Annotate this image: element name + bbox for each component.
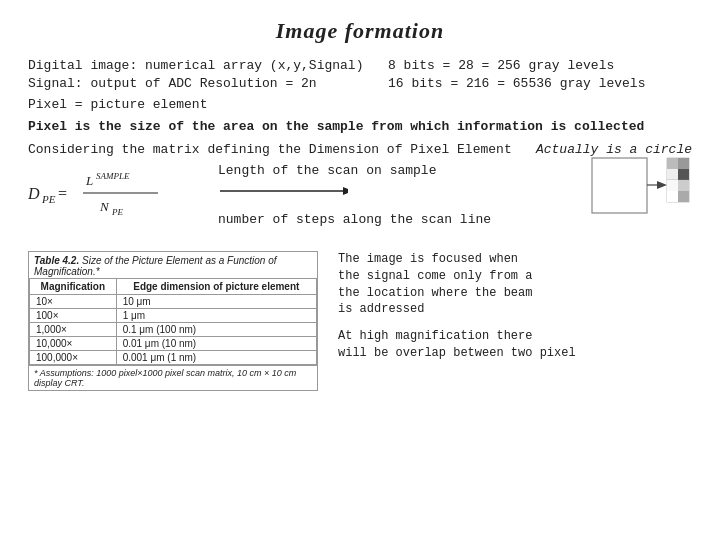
svg-rect-19 (667, 180, 678, 191)
table-cell: 0.1 μm (100 nm) (116, 323, 316, 337)
table-row: 100×1 μm (30, 309, 317, 323)
svg-text:D: D (28, 185, 40, 202)
table-block: Table 4.2. Size of the Picture Element a… (28, 251, 318, 391)
svg-rect-21 (667, 191, 678, 202)
table: Magnification Edge dimension of picture … (29, 278, 317, 365)
table-cell: 0.001 μm (1 nm) (116, 351, 316, 365)
table-row: 100,000×0.001 μm (1 nm) (30, 351, 317, 365)
svg-marker-9 (343, 187, 348, 195)
table-cell: 100,000× (30, 351, 117, 365)
considering-section: Considering the matrix defining the Dime… (28, 142, 692, 157)
pixel-line: Pixel = picture element (28, 97, 368, 112)
info-row: Digital image: numerical array (x,y,Sign… (28, 58, 692, 115)
svg-rect-17 (678, 169, 689, 180)
svg-text:N: N (99, 199, 110, 214)
table-header-row: Magnification Edge dimension of picture … (30, 279, 317, 295)
scan-label-col: Length of the scan on sample number of s… (218, 163, 567, 227)
scan-arrow-svg (218, 182, 348, 200)
bold-statement: Pixel is the size of the area on the sam… (28, 119, 692, 134)
table-footnote: * Assumptions: 1000 pixel×1000 pixel sca… (29, 365, 317, 390)
table-caption: Table 4.2. Size of the Picture Element a… (29, 252, 317, 278)
table-cell: 10,000× (30, 337, 117, 351)
scan-label: Length of the scan on sample (218, 163, 567, 178)
svg-text:L: L (85, 173, 93, 188)
table-cell: 10× (30, 295, 117, 309)
svg-rect-16 (667, 169, 678, 180)
table-row: 10×10 μm (30, 295, 317, 309)
table-row: 10,000×0.01 μm (10 nm) (30, 337, 317, 351)
bottom-section: Table 4.2. Size of the Picture Element a… (28, 251, 692, 391)
table-cell: 1 μm (116, 309, 316, 323)
right-column: 8 bits = 28 = 256 gray levels 16 bits = … (368, 58, 692, 94)
text-para2: At high magnification therewill be overl… (338, 328, 692, 362)
svg-text:PE: PE (41, 193, 56, 205)
formula-svg: D PE = L SAMPLE N PE (28, 163, 183, 228)
right-text-block: The image is focused whenthe signal come… (338, 251, 692, 372)
scan-diagram-svg (587, 153, 692, 243)
scan-row: Length of the scan on sample number of s… (218, 163, 692, 243)
formula-block: D PE = L SAMPLE N PE (28, 163, 188, 232)
page: Image formation Digital image: numerical… (0, 0, 720, 540)
steps-label: number of steps along the scan line (218, 212, 567, 227)
svg-rect-20 (678, 180, 689, 191)
actually-circle-label: Actually is a circle (536, 142, 692, 157)
table-cell: 100× (30, 309, 117, 323)
bits-line1: 8 bits = 28 = 256 gray levels (388, 58, 692, 73)
table-cell: 10 μm (116, 295, 316, 309)
page-title: Image formation (28, 18, 692, 44)
table-row: 1,000×0.1 μm (100 nm) (30, 323, 317, 337)
svg-marker-12 (657, 181, 667, 189)
table-caption-bold: Table 4.2. (34, 255, 79, 266)
svg-text:SAMPLE: SAMPLE (96, 171, 130, 181)
signal-line: Signal: output of ADC Resolution = 2n (28, 76, 368, 91)
svg-text:=: = (58, 185, 67, 202)
col-edge-dimension: Edge dimension of picture element (116, 279, 316, 295)
scan-diagram (587, 153, 692, 243)
left-column: Digital image: numerical array (x,y,Sign… (28, 58, 368, 115)
table-cell: 1,000× (30, 323, 117, 337)
text-para1: The image is focused whenthe signal come… (338, 251, 692, 318)
formula-labels: Length of the scan on sample number of s… (218, 163, 692, 243)
svg-rect-15 (678, 158, 689, 169)
bits-line2: 16 bits = 216 = 65536 gray levels (388, 76, 692, 91)
svg-rect-14 (667, 158, 678, 169)
svg-rect-10 (592, 158, 647, 213)
svg-text:PE: PE (111, 207, 123, 217)
col-magnification: Magnification (30, 279, 117, 295)
formula-area: D PE = L SAMPLE N PE Length of the scan … (28, 163, 692, 243)
digital-image-line: Digital image: numerical array (x,y,Sign… (28, 58, 368, 73)
table-cell: 0.01 μm (10 nm) (116, 337, 316, 351)
svg-rect-22 (678, 191, 689, 202)
